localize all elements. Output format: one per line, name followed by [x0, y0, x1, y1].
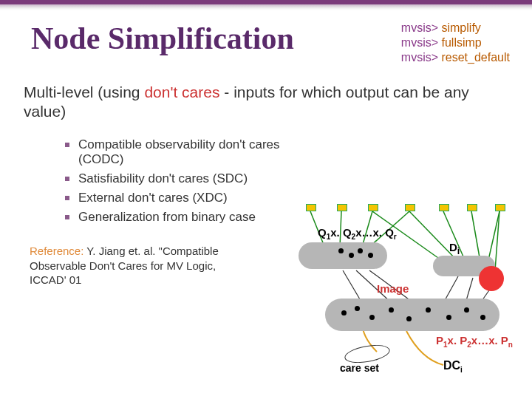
node-oval-lower [325, 299, 499, 331]
dot [349, 253, 354, 258]
input-box [495, 204, 505, 211]
command-list: mvsis> simplify mvsis> fullsimp mvsis> r… [401, 21, 510, 65]
dot [446, 315, 451, 320]
bullet-codc: Compatible observability don't cares (CO… [65, 137, 294, 167]
bullet-list: Compatible observability don't cares (CO… [65, 137, 294, 229]
dot [480, 315, 485, 320]
subheading: Multi-level (using don't cares - inputs … [24, 83, 497, 122]
subhead-pre: Multi-level (using [24, 83, 144, 100]
reference-block: Reference: Y. Jiang et. al. "Compatible … [30, 244, 236, 287]
input-box [337, 204, 347, 211]
dot [358, 248, 363, 253]
p-label: P1x. P2x…x. Pn [436, 334, 513, 349]
cmd-text: fullsimp [441, 36, 481, 49]
dot [389, 307, 394, 313]
reference-label: Reference: [30, 245, 83, 257]
dot [406, 316, 412, 321]
dot [368, 253, 373, 258]
input-box [467, 204, 477, 211]
node-oval-upper-left [299, 242, 387, 269]
input-box [368, 204, 378, 211]
prompt: mvsis> [401, 51, 438, 64]
dot [464, 307, 469, 313]
dot [369, 315, 375, 320]
dot [426, 307, 431, 313]
bullet-xdc: External don't cares (XDC) [65, 191, 294, 205]
dot [355, 306, 360, 311]
care-set-label: care set [340, 362, 379, 374]
cmd-text: simplify [441, 21, 480, 34]
cmd-line-2: mvsis> fullsimp [401, 35, 510, 50]
dci-label: DCi [443, 359, 463, 374]
bullet-gen: Generalization from binary case [65, 210, 294, 225]
prompt: mvsis> [401, 36, 438, 49]
di-label: Di [449, 241, 460, 256]
subhead-highlight: don't cares [144, 83, 219, 100]
input-box [439, 204, 449, 211]
prompt: mvsis> [401, 21, 438, 34]
input-box [405, 204, 415, 211]
image-label: Image [377, 282, 409, 295]
cmd-line-3: mvsis> reset_default [401, 50, 510, 65]
target-node-circle [479, 266, 504, 291]
input-box [306, 204, 316, 211]
accent-shadow [0, 4, 532, 10]
cmd-text: reset_default [441, 51, 510, 64]
svg-line-7 [471, 211, 480, 262]
q-label: Q1x. Q2x…x. Qr [318, 226, 397, 241]
bullet-sdc: Satisfiability don't cares (SDC) [65, 171, 294, 186]
dot [338, 248, 344, 253]
slide-title: Node Simplification [31, 21, 294, 56]
cmd-line-1: mvsis> simplify [401, 21, 510, 35]
diagram: Q1x. Q2x…x. Qr Di Image P1x. P2x…x. Pn c… [296, 204, 525, 389]
dot [341, 310, 347, 316]
